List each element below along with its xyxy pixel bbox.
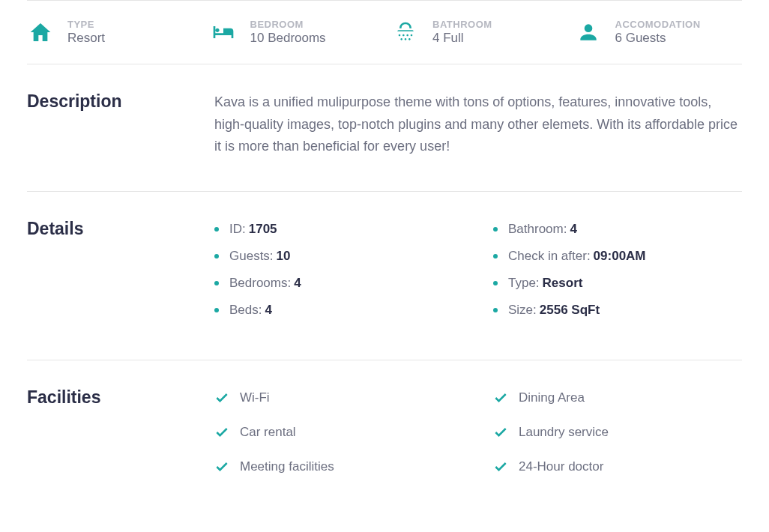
check-icon [214, 425, 229, 440]
facility-item: Wi-Fi [214, 387, 463, 408]
detail-item: Bedrooms:4 [214, 273, 463, 294]
description-title: Description [27, 91, 184, 158]
stat-label: BEDROOM [250, 19, 326, 30]
check-icon [493, 390, 508, 405]
stat-label: ACCOMODATION [615, 19, 701, 30]
stat-bedroom: BEDROOM 10 Bedrooms [210, 19, 378, 46]
details-col-1: ID:1705 Guests:10 Bedrooms:4 Beds:4 [214, 219, 463, 327]
bed-icon [210, 19, 237, 46]
facility-item: Dining Area [493, 387, 742, 408]
details-section: Details ID:1705 Guests:10 Bedrooms:4 Bed… [27, 192, 742, 360]
bullet-icon [493, 281, 498, 285]
facilities-title: Facilities [27, 387, 184, 491]
check-icon [493, 425, 508, 440]
check-icon [493, 459, 508, 474]
stat-value: 4 Full [432, 31, 492, 46]
stat-type: TYPE Resort [27, 19, 195, 46]
bullet-icon [493, 308, 498, 312]
home-icon [27, 19, 54, 46]
stat-value: Resort [67, 31, 105, 46]
bullet-icon [214, 281, 219, 285]
bullet-icon [493, 254, 498, 259]
check-icon [214, 390, 229, 405]
bullet-icon [214, 254, 219, 259]
person-icon [575, 19, 602, 46]
facility-item: Meeting facilities [214, 456, 463, 477]
detail-item: Beds:4 [214, 300, 463, 321]
detail-item: Size:2556 SqFt [493, 300, 742, 321]
stat-accommodation: ACCOMODATION 6 Guests [575, 19, 743, 46]
facility-item: Laundry service [493, 422, 742, 443]
detail-item: Check in after:09:00AM [493, 246, 742, 267]
bullet-icon [493, 227, 498, 232]
stat-label: BATHROOM [432, 19, 492, 30]
details-title: Details [27, 219, 184, 327]
details-col-2: Bathroom:4 Check in after:09:00AM Type:R… [493, 219, 742, 327]
stat-bathroom: BATHROOM 4 Full [392, 19, 560, 46]
facilities-col-2: Dining Area Laundry service 24-Hour doct… [493, 387, 742, 491]
stat-value: 10 Bedrooms [250, 31, 326, 46]
stat-label: TYPE [67, 19, 105, 30]
stat-value: 6 Guests [615, 31, 701, 46]
description-text: Kava is a unified mulipurpose theme with… [214, 91, 742, 158]
facility-item: Car rental [214, 422, 463, 443]
detail-item: Type:Resort [493, 273, 742, 294]
detail-item: ID:1705 [214, 219, 463, 240]
detail-item: Guests:10 [214, 246, 463, 267]
facilities-col-1: Wi-Fi Car rental Meeting facilities [214, 387, 463, 491]
facility-item: 24-Hour doctor [493, 456, 742, 477]
bullet-icon [214, 227, 219, 232]
top-stats-row: TYPE Resort BEDROOM 10 Bedrooms BATHROOM… [27, 1, 742, 64]
bullet-icon [214, 308, 219, 312]
facilities-section: Facilities Wi-Fi Car rental Meeting faci… [27, 360, 742, 524]
detail-item: Bathroom:4 [493, 219, 742, 240]
description-section: Description Kava is a unified mulipurpos… [27, 64, 742, 191]
check-icon [214, 459, 229, 474]
shower-icon [392, 19, 419, 46]
